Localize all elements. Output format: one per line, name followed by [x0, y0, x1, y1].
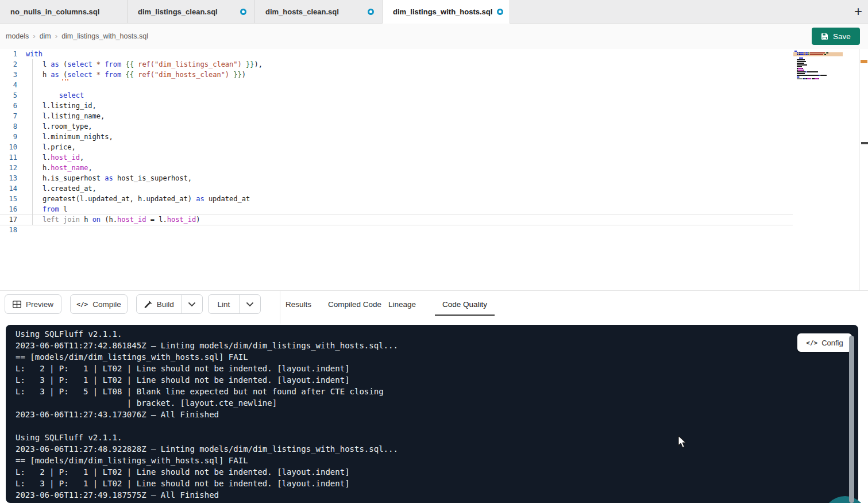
tab-no-nulls-in-columns[interactable]: no_nulls_in_columns.sql	[0, 0, 128, 23]
code-line-3[interactable]: 3 h as (select * from {{ ref("dim_hosts_…	[0, 70, 793, 80]
code-editor[interactable]: 1with2 l as (select * from {{ ref("dim_l…	[0, 49, 868, 290]
code-text: with	[26, 49, 43, 59]
tab-label: Results	[286, 300, 311, 309]
breadcrumb-models[interactable]: models	[6, 32, 29, 40]
chevron-right-icon: ›	[33, 32, 35, 40]
line-number: 10	[0, 142, 26, 152]
lint-warning-squiggle	[62, 78, 68, 80]
lint-button-group: Lint	[208, 294, 261, 314]
breadcrumb-dim[interactable]: dim	[40, 32, 51, 40]
code-line-2[interactable]: 2 l as (select * from {{ ref("dim_listin…	[0, 59, 793, 70]
code-icon: </>	[76, 301, 88, 308]
line-number: 18	[0, 225, 26, 235]
tab-label: Lineage	[388, 300, 416, 309]
tab-label: Compiled Code	[328, 300, 381, 309]
code-line-12[interactable]: 12 h.host_name,	[0, 163, 793, 173]
tab-label: dim_listings_with_hosts.sql	[393, 7, 492, 16]
compile-label: Compile	[92, 300, 121, 309]
config-label: Config	[821, 339, 843, 347]
code-text: l.created_at,	[26, 183, 97, 194]
line-number: 9	[0, 132, 26, 142]
tab-label: dim_listings_clean.sql	[138, 7, 218, 16]
code-text: h.is_superhost as host_is_superhost,	[26, 173, 192, 183]
code-text: l.room_type,	[26, 121, 92, 132]
breadcrumb: models › dim › dim_listings_with_hosts.s…	[6, 32, 148, 40]
code-line-16[interactable]: 16 from l	[0, 204, 793, 214]
line-number: 16	[0, 204, 26, 214]
lint-label: Lint	[218, 300, 230, 309]
code-icon: </>	[806, 339, 817, 347]
compile-button[interactable]: </> Compile	[70, 294, 128, 314]
active-tab-underline	[435, 314, 495, 316]
terminal-scrollbar[interactable]	[849, 336, 854, 503]
minimap-content	[794, 51, 842, 81]
code-line-18[interactable]: 18	[0, 225, 793, 235]
code-line-8[interactable]: 8 l.room_type,	[0, 121, 793, 132]
preview-button[interactable]: Preview	[5, 294, 61, 314]
save-label: Save	[833, 32, 851, 41]
table-grid-icon	[13, 301, 21, 308]
tab-lineage[interactable]: Lineage	[388, 294, 416, 314]
line-number: 13	[0, 173, 26, 183]
breadcrumb-bar: models › dim › dim_listings_with_hosts.s…	[0, 24, 868, 49]
code-lines: 1with2 l as (select * from {{ ref("dim_l…	[0, 49, 868, 235]
code-line-5[interactable]: 5 select	[0, 90, 793, 101]
file-tab-bar: no_nulls_in_columns.sql dim_listings_cle…	[0, 0, 868, 24]
indent-guide	[32, 59, 33, 225]
tab-label: no_nulls_in_columns.sql	[10, 7, 99, 16]
tab-code-quality[interactable]: Code Quality	[442, 294, 487, 314]
code-line-15[interactable]: 15 greatest(l.updated_at, h.updated_at) …	[0, 194, 793, 204]
code-text: greatest(l.updated_at, h.updated_at) as …	[26, 194, 250, 204]
code-text: l.price,	[26, 142, 76, 152]
tab-label: dim_hosts_clean.sql	[265, 7, 339, 16]
overview-warning-marker	[861, 60, 867, 63]
code-line-7[interactable]: 7 l.listing_name,	[0, 111, 793, 121]
lint-dropdown-chevron[interactable]	[240, 295, 260, 313]
breadcrumb-file[interactable]: dim_listings_with_hosts.sql	[61, 32, 148, 40]
line-number: 11	[0, 152, 26, 163]
code-text: l as (select * from {{ ref("dim_listings…	[26, 59, 263, 70]
modified-dot-icon	[240, 9, 246, 15]
tab-dim-listings-clean[interactable]: dim_listings_clean.sql	[128, 0, 255, 23]
code-text: l.listing_name,	[26, 111, 105, 121]
code-line-9[interactable]: 9 l.minimum_nights,	[0, 132, 793, 142]
build-button[interactable]: Build	[137, 295, 182, 313]
line-number: 2	[0, 59, 26, 70]
line-number: 3	[0, 70, 26, 80]
code-line-14[interactable]: 14 l.created_at,	[0, 183, 793, 194]
line-number: 17	[0, 214, 26, 225]
terminal-panel[interactable]: Using SQLFluff v2.1.1. 2023-06-06T11:27:…	[6, 325, 858, 503]
line-number: 7	[0, 111, 26, 121]
code-line-11[interactable]: 11 l.host_id,	[0, 152, 793, 163]
code-line-13[interactable]: 13 h.is_superhost as host_is_superhost,	[0, 173, 793, 183]
tab-results[interactable]: Results	[286, 294, 311, 314]
code-line-1[interactable]: 1with	[0, 49, 793, 59]
build-button-group: Build	[136, 294, 203, 314]
line-number: 1	[0, 49, 26, 59]
code-text: left join h on (h.host_id = l.host_id)	[26, 214, 200, 225]
code-text: l.minimum_nights,	[26, 132, 113, 142]
code-text: h as (select * from {{ ref("dim_hosts_cl…	[26, 70, 246, 80]
code-line-17[interactable]: 17 left join h on (h.host_id = l.host_id…	[0, 214, 793, 225]
tab-compiled-code[interactable]: Compiled Code	[328, 294, 381, 314]
lint-button[interactable]: Lint	[209, 295, 240, 313]
tab-dim-hosts-clean[interactable]: dim_hosts_clean.sql	[255, 0, 383, 23]
tab-dim-listings-with-hosts[interactable]: dim_listings_with_hosts.sql	[383, 0, 510, 24]
config-button[interactable]: </> Config	[797, 333, 852, 352]
build-dropdown-chevron[interactable]	[182, 295, 202, 313]
line-number: 12	[0, 163, 26, 173]
preview-label: Preview	[26, 300, 53, 309]
save-button[interactable]: Save	[812, 28, 860, 45]
overview-cursor-marker	[861, 142, 868, 144]
toolbar-divider	[280, 291, 280, 324]
minimap[interactable]	[794, 51, 842, 82]
code-text: l.host_id,	[26, 152, 84, 163]
new-tab-button[interactable]: +	[848, 5, 868, 18]
code-line-4[interactable]: 4	[0, 80, 793, 90]
line-number: 6	[0, 101, 26, 111]
modified-dot-icon	[368, 9, 374, 15]
save-icon	[821, 33, 828, 40]
code-line-10[interactable]: 10 l.price,	[0, 142, 793, 152]
code-line-6[interactable]: 6 l.listing_id,	[0, 101, 793, 111]
tab-label: Code Quality	[442, 300, 487, 309]
